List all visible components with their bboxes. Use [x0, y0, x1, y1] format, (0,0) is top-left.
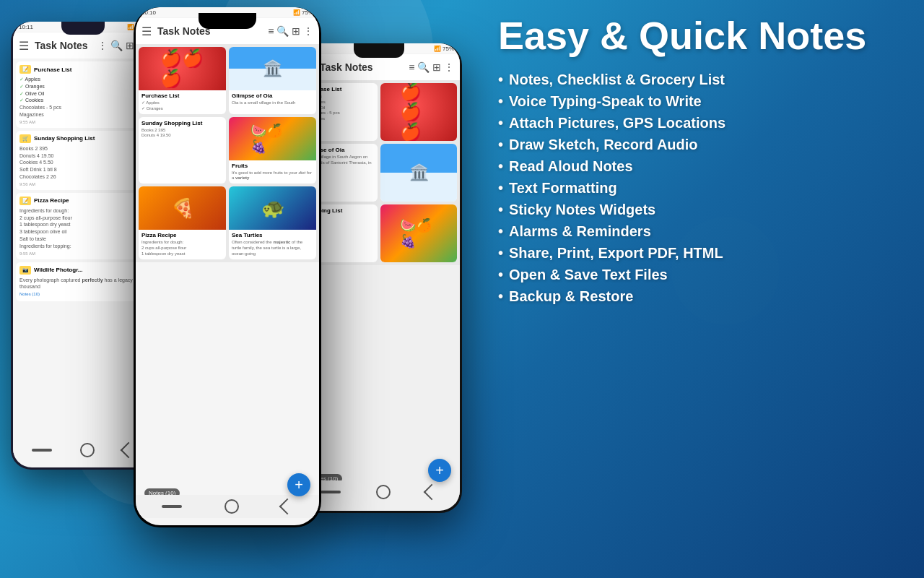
card-time-pizza: 9:55 AM	[19, 251, 147, 256]
phone-mid-screen: 10:10 📶 75% ☰ Task Notes ≡ 🔍 ⊞ ⋮ Purchas…	[136, 7, 319, 525]
card-text-purchase: Apples Oranges Olive Oil Cookies Chocola…	[19, 76, 147, 118]
bottom-nav-front	[298, 480, 460, 504]
note-card-santorini-front[interactable]	[380, 144, 457, 202]
bottom-nav-mid	[136, 495, 319, 518]
phone-back-notch	[61, 22, 105, 35]
app-title-front: Task Notes	[320, 61, 409, 73]
fab-button-mid[interactable]: +	[287, 473, 310, 496]
app-title-back: Task Notes	[35, 40, 97, 51]
feature-item-10: Backup & Restore	[498, 288, 902, 305]
app-header-front: ☰ Task Notes ≡ 🔍 ⊞ ⋮	[298, 54, 460, 80]
card-icon-purchase: 📝	[19, 65, 31, 74]
note-content-oia-mid: Glimpse of Oia Oia is a small village in…	[229, 90, 316, 108]
notes-grid-mid: Purchase List ✓ Apples ✓ Oranges Glimpse…	[136, 44, 319, 262]
note-content-sunday-mid: Sunday Shopping List Books 2 395 Donuts …	[139, 117, 226, 142]
time-back: 10:11	[19, 24, 33, 30]
card-text-pizza: Ingredients for dough: 2 cups all-purpos…	[19, 207, 147, 250]
fab-button-front[interactable]: +	[428, 459, 451, 482]
feature-item-9: Open & Save Text Files	[498, 267, 902, 283]
feature-list: Notes, Checklist & Grocery ListVoice Typ…	[498, 72, 902, 305]
nav-menu-front[interactable]	[321, 491, 341, 493]
time-mid: 10:10	[141, 9, 156, 16]
list-view-back: 📝 Purchase List 📎 Apples Oranges Olive O…	[13, 59, 153, 307]
nav-menu-mid[interactable]	[162, 505, 182, 508]
note-img-pizza	[139, 186, 226, 230]
card-title-sunday: Sunday Shopping List	[34, 135, 140, 142]
card-icon-pizza: 📝	[19, 197, 31, 205]
note-content-fruits-mid: Fruits It's good to add more fruits to y…	[229, 160, 316, 184]
card-title-wildlife: Wildlife Photogr...	[34, 267, 140, 273]
note-card-fruits-mid[interactable]: Fruits It's good to add more fruits to y…	[229, 117, 316, 184]
battery-mid: 📶 75%	[293, 9, 313, 16]
note-card-purchase-mid[interactable]: Purchase List ✓ Apples ✓ Oranges	[139, 47, 226, 114]
list-card-pizza: 📝 Pizza Recipe 📎 Ingredients for dough: …	[16, 193, 150, 259]
list-card-sunday: 🛒 Sunday Shopping List 📎 Books 2 395 Don…	[16, 131, 150, 190]
feature-item-8: Share, Print, Export PDF, HTML	[498, 245, 902, 262]
note-img-apples-front	[380, 83, 457, 141]
card-icon-sunday: 🛒	[19, 134, 31, 143]
note-content-pizza-mid: Pizza Recipe Ingredients for dough:2 cup…	[139, 230, 226, 259]
feature-item-0: Notes, Checklist & Grocery List	[498, 72, 902, 88]
note-img-fruits	[229, 117, 316, 160]
phone-front-notch	[354, 43, 404, 58]
note-img-apples	[139, 47, 226, 90]
note-card-pizza-mid[interactable]: Pizza Recipe Ingredients for dough:2 cup…	[139, 186, 226, 259]
feature-item-1: Voice Typing-Speak to Write	[498, 93, 902, 110]
nav-home-mid[interactable]	[225, 499, 239, 514]
header-icons-mid: ≡ 🔍 ⊞ ⋮	[268, 25, 313, 37]
phone-back-screen: 10:11 📶 76% ☰ Task Notes ⋮ 🔍 ⊞ ⋮ 📝 Purch…	[13, 22, 153, 467]
feature-item-7: Alarms & Reminders	[498, 223, 902, 240]
note-card-oia-mid[interactable]: Glimpse of Oia Oia is a small village in…	[229, 47, 316, 114]
battery-front: 📶 75%	[434, 46, 454, 52]
headline: Easy & Quick Notes	[498, 14, 902, 57]
features-section: Easy & Quick Notes Notes, Checklist & Gr…	[498, 14, 902, 310]
card-icon-wildlife: 📷	[19, 266, 31, 275]
app-header-back: ☰ Task Notes ⋮ 🔍 ⊞ ⋮	[13, 33, 153, 59]
hamburger-icon-mid[interactable]: ☰	[141, 25, 152, 38]
card-time-purchase: 9:55 AM	[19, 120, 147, 124]
card-title-pizza: Pizza Recipe	[34, 197, 140, 204]
note-card-turtle-mid[interactable]: Sea Turtles Often considered the majesti…	[229, 186, 316, 259]
feature-item-2: Attach Pictures, GPS Locations	[498, 115, 902, 131]
list-card-purchase: 📝 Purchase List 📎 Apples Oranges Olive O…	[16, 61, 150, 128]
nav-back-front[interactable]	[424, 484, 440, 501]
hamburger-icon-back[interactable]: ☰	[19, 39, 29, 53]
note-content-turtle-mid: Sea Turtles Often considered the majesti…	[229, 230, 316, 259]
nav-home-front[interactable]	[376, 485, 391, 499]
card-title-purchase: Purchase List	[34, 66, 140, 73]
note-card-sunday-mid[interactable]: Sunday Shopping List Books 2 395 Donuts …	[139, 117, 226, 184]
note-img-turtle	[229, 186, 316, 230]
note-img-fruits-front	[380, 204, 457, 262]
phones-container: 10:11 📶 76% ☰ Task Notes ⋮ 🔍 ⊞ ⋮ 📝 Purch…	[0, 0, 476, 578]
note-card-apples-front[interactable]	[380, 83, 457, 141]
nav-menu-back[interactable]	[32, 449, 52, 452]
notes-grid-front: Purchase List ✓ Apples ✓ Oranges ✓ Olive…	[298, 80, 460, 265]
card-text-wildlife: Every photograph captured perfectly has …	[19, 277, 147, 298]
phone-front-screen: 10:10 📶 75% ☰ Task Notes ≡ 🔍 ⊞ ⋮ Purchas…	[298, 43, 460, 511]
card-time-sunday: 9:56 AM	[19, 182, 147, 186]
feature-item-6: Sticky Notes Widgets	[498, 202, 902, 218]
note-content-purchase-mid: Purchase List ✓ Apples ✓ Oranges	[139, 90, 226, 114]
feature-item-4: Read Aloud Notes	[498, 158, 902, 175]
feature-item-5: Text Formatting	[498, 180, 902, 197]
nav-back-mid[interactable]	[279, 499, 296, 515]
phone-mid-notch	[199, 13, 256, 29]
card-text-sunday: Books 2 395 Donuts 4 19.50 Cookies 4 5.5…	[19, 145, 147, 181]
note-card-fruits-front[interactable]	[380, 204, 457, 262]
list-card-wildlife: 📷 Wildlife Photogr... 📎 Every photograph…	[16, 262, 150, 301]
phone-mid: 10:10 📶 75% ☰ Task Notes ≡ 🔍 ⊞ ⋮ Purchas…	[134, 7, 321, 527]
nav-home-back[interactable]	[80, 443, 95, 457]
header-icons-front: ≡ 🔍 ⊞ ⋮	[409, 61, 454, 73]
feature-item-3: Draw Sketch, Record Audio	[498, 137, 902, 153]
note-img-santorini	[229, 47, 316, 90]
note-img-santorini-front	[380, 144, 457, 202]
bottom-nav-back	[13, 439, 153, 462]
